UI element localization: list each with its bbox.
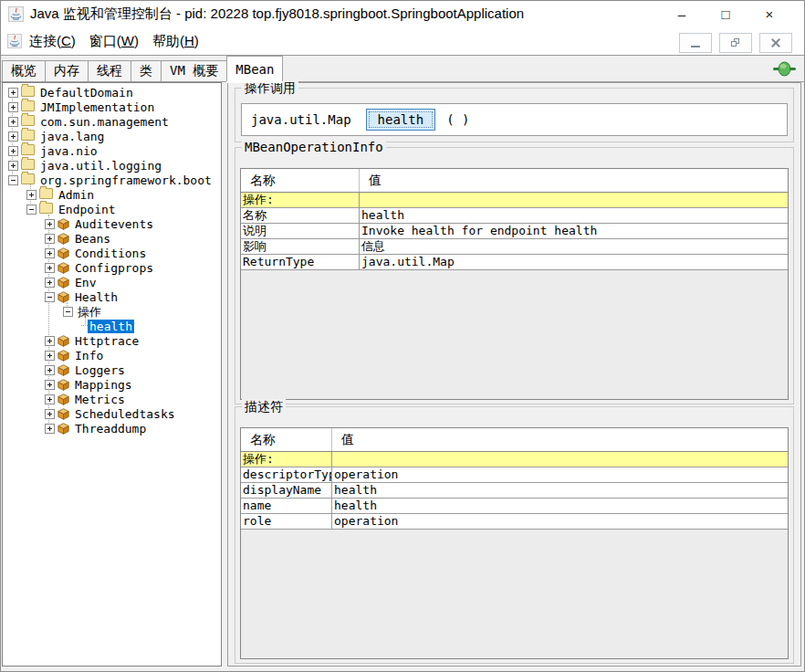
tree-toggle-expand-icon[interactable]: [45, 409, 55, 419]
tree-toggle-collapse-icon[interactable]: [63, 307, 73, 317]
column-header-value[interactable]: 值: [360, 169, 788, 192]
tree-toggle-expand-icon[interactable]: [8, 117, 18, 127]
window-close-button[interactable]: ×: [751, 0, 788, 27]
tab-vm-summary[interactable]: VM 概要: [161, 60, 227, 81]
tree-item-auditevents[interactable]: Auditevents: [3, 216, 221, 231]
cell-value: operation: [332, 514, 788, 529]
tree-item-env[interactable]: Env: [3, 275, 221, 289]
tree-item-com-sun-management[interactable]: com.sun.management: [3, 114, 221, 129]
tree-item-admin[interactable]: Admin: [3, 187, 221, 202]
tree-item-conditions[interactable]: Conditions: [3, 246, 221, 260]
tree-item-org-springframework-boot[interactable]: org.springframework.boot: [3, 173, 221, 187]
table-row[interactable]: roleoperation: [241, 514, 788, 530]
tree-toggle-collapse-icon[interactable]: [8, 175, 18, 185]
tree-toggle-expand-icon[interactable]: [45, 278, 55, 288]
tree-item-endpoint[interactable]: Endpoint: [3, 202, 221, 216]
tree-toggle-expand-icon[interactable]: [26, 190, 37, 200]
tree-item-httptrace[interactable]: Httptrace: [3, 333, 221, 348]
tree-item-label: Health: [73, 290, 120, 304]
tree-item-health[interactable]: Health: [3, 289, 221, 304]
tree-toggle-expand-icon[interactable]: [45, 248, 55, 258]
mbean-cube-icon: [58, 291, 73, 303]
tree-toggle-expand-icon[interactable]: [8, 102, 18, 112]
window-minimize-button[interactable]: –: [664, 0, 700, 27]
inner-frame-minimize-button[interactable]: [679, 33, 712, 53]
health-operation-button[interactable]: health: [366, 109, 436, 131]
tree-toggle-expand-icon[interactable]: [45, 351, 55, 361]
tree-toggle-expand-icon[interactable]: [45, 219, 55, 229]
tree-toggle-collapse-icon[interactable]: [26, 205, 37, 215]
window-maximize-button[interactable]: □: [707, 0, 744, 27]
tree-item-scheduledtasks[interactable]: Scheduledtasks: [3, 406, 221, 421]
folder-icon: [21, 86, 35, 97]
tree-toggle-expand-icon[interactable]: [8, 146, 18, 156]
mbean-cube-icon: [58, 394, 73, 405]
column-header-name[interactable]: 名称: [241, 428, 332, 451]
table-header: 名称值: [241, 428, 788, 452]
tree-item-label: Admin: [57, 188, 96, 202]
tree-item-label: Conditions: [73, 247, 148, 260]
table-row[interactable]: namehealth: [241, 499, 788, 514]
table-row[interactable]: 说明Invoke health for endpoint health: [241, 224, 788, 239]
menu-item-connection[interactable]: 连接(C): [23, 30, 82, 53]
mbean-tree-panel: DefaultDomainJMImplementationcom.sun.man…: [2, 82, 222, 667]
folder-icon: [21, 159, 35, 170]
cell-name: name: [241, 499, 332, 513]
tab-memory[interactable]: 内存: [45, 60, 89, 81]
tree-item-java-nio[interactable]: java.nio: [3, 143, 221, 158]
mbean-tree: DefaultDomainJMImplementationcom.sun.man…: [3, 83, 221, 436]
tree-toggle-expand-icon[interactable]: [8, 88, 18, 98]
tree-item-configprops[interactable]: Configprops: [3, 260, 221, 275]
tab-classes[interactable]: 类: [131, 60, 162, 81]
inner-frame-close-button[interactable]: [759, 33, 792, 53]
folder-icon: [21, 144, 35, 155]
menu-label-pre: 窗口(: [89, 33, 121, 48]
tree-item-java-lang[interactable]: java.lang: [3, 129, 221, 143]
tree-item-health[interactable]: health: [3, 319, 221, 333]
tree-toggle-expand-icon[interactable]: [45, 394, 55, 404]
mbean-cube-icon: [58, 277, 73, 289]
tree-toggle-expand-icon[interactable]: [45, 336, 55, 346]
tree-toggle-collapse-icon[interactable]: [45, 292, 55, 302]
tree-toggle-expand-icon[interactable]: [8, 161, 18, 171]
operation-invoke-group: 操作调用 java.util.Map health ( ): [235, 88, 794, 142]
table-row[interactable]: ReturnTypejava.util.Map: [241, 255, 788, 270]
tab-mbean[interactable]: MBean: [226, 56, 283, 81]
tree-item-defaultdomain[interactable]: DefaultDomain: [3, 85, 221, 100]
tree-toggle-expand-icon[interactable]: [45, 380, 55, 390]
table-row[interactable]: 名称health: [241, 208, 788, 224]
table-row[interactable]: descriptorTypeoperation: [241, 467, 788, 483]
column-header-value[interactable]: 值: [332, 428, 788, 451]
tree-item-mappings[interactable]: Mappings: [3, 377, 221, 392]
mbean-cube-icon: [58, 350, 73, 362]
menu-item-window[interactable]: 窗口(W): [83, 30, 145, 53]
table-row[interactable]: 操作:: [241, 193, 788, 208]
inner-frame-restore-button[interactable]: [719, 33, 752, 53]
tree-item-label: Auditevents: [73, 217, 155, 231]
tree-item-label: Env: [73, 276, 98, 289]
tree-item[interactable]: 操作: [3, 304, 221, 319]
table-row[interactable]: 操作:: [241, 452, 788, 467]
tree-toggle-expand-icon[interactable]: [45, 424, 55, 434]
tree-toggle-expand-icon[interactable]: [45, 263, 55, 273]
tree-toggle-expand-icon[interactable]: [8, 131, 18, 142]
menu-item-help[interactable]: 帮助(H): [146, 30, 205, 53]
tree-item-jmimplementation[interactable]: JMImplementation: [3, 100, 221, 114]
table-row[interactable]: displayNamehealth: [241, 483, 788, 499]
column-header-name[interactable]: 名称: [241, 169, 360, 192]
tree-item-java-util-logging[interactable]: java.util.logging: [3, 158, 221, 173]
tree-item-info[interactable]: Info: [3, 348, 221, 362]
tree-toggle-expand-icon[interactable]: [45, 365, 55, 375]
tree-item-metrics[interactable]: Metrics: [3, 392, 221, 406]
tree-item-threaddump[interactable]: Threaddump: [3, 421, 221, 436]
tree-item-beans[interactable]: Beans: [3, 231, 221, 246]
folder-icon: [21, 115, 35, 126]
tab-overview[interactable]: 概览: [2, 60, 46, 81]
table-row[interactable]: 影响信息: [241, 239, 788, 255]
menu-label-post: ): [71, 33, 76, 48]
tab-threads[interactable]: 线程: [88, 60, 131, 81]
tree-item-loggers[interactable]: Loggers: [3, 362, 221, 377]
mbean-detail-panel: 操作调用 java.util.Map health ( ) MBeanOpera…: [227, 82, 801, 667]
folder-icon: [39, 188, 53, 199]
tree-toggle-expand-icon[interactable]: [45, 234, 55, 244]
